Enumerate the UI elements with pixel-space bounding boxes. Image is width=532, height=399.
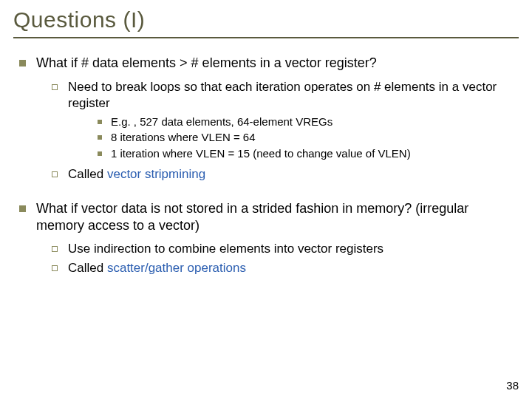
text-accent: scatter/gather operations (107, 261, 246, 275)
bullet-level3: E.g. , 527 data elements, 64-element VRE… (98, 115, 519, 129)
bullet-text: Use indirection to combine elements into… (68, 241, 383, 257)
bullet-level2: Use indirection to combine elements into… (52, 241, 519, 257)
small-square-bullet-icon (98, 151, 102, 156)
hollow-square-bullet-icon (52, 84, 58, 90)
slide: Questions (I) What if # data elements > … (0, 0, 532, 276)
title-underline (13, 37, 519, 38)
small-square-bullet-icon (98, 120, 102, 124)
hollow-square-bullet-icon (52, 246, 58, 252)
bullet-level2: Called vector stripmining (52, 166, 519, 183)
page-number: 38 (506, 379, 519, 392)
square-bullet-icon (19, 60, 26, 66)
bullet-level2: Called scatter/gather operations (52, 260, 519, 276)
text-plain: Called (68, 261, 107, 275)
bullet-level3: 1 iteration where VLEN = 15 (need to cha… (98, 146, 519, 161)
bullet-text: E.g. , 527 data elements, 64-element VRE… (111, 115, 332, 129)
bullet-text: 1 iteration where VLEN = 15 (need to cha… (111, 146, 411, 161)
bullet-text: 8 iterations where VLEN = 64 (111, 130, 256, 145)
hollow-square-bullet-icon (52, 171, 58, 177)
small-square-bullet-icon (98, 135, 102, 140)
bullet-level1: What if vector data is not stored in a s… (19, 200, 519, 233)
bullet-text: Need to break loops so that each iterati… (68, 79, 519, 112)
square-bullet-icon (19, 205, 26, 212)
text-accent: vector stripmining (107, 167, 205, 181)
bullet-text: Called scatter/gather operations (68, 260, 246, 276)
bullet-level2: Need to break loops so that each iterati… (52, 79, 519, 112)
bullet-text: Called vector stripmining (68, 166, 205, 183)
bullet-text: What if # data elements > # elements in … (36, 55, 377, 72)
bullet-text: What if vector data is not stored in a s… (36, 200, 519, 233)
text-plain: Called (68, 167, 107, 181)
bullet-level1: What if # data elements > # elements in … (19, 55, 519, 72)
bullet-level3: 8 iterations where VLEN = 64 (98, 130, 519, 145)
hollow-square-bullet-icon (52, 265, 58, 271)
slide-title: Questions (I) (13, 7, 519, 33)
